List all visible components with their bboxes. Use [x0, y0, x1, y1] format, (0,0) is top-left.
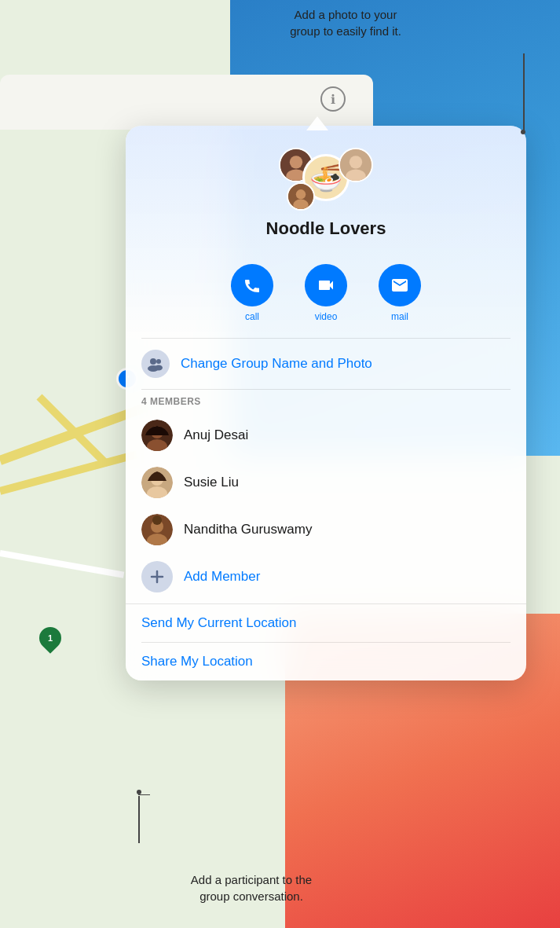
svg-point-22 — [152, 515, 162, 525]
add-member-icon — [141, 561, 173, 592]
svg-point-8 — [293, 200, 309, 211]
add-member-label: Add Member — [184, 569, 260, 585]
svg-point-9 — [150, 358, 156, 365]
svg-point-12 — [155, 365, 163, 371]
modal-card: 🍜 Noodle Lovers call — [126, 126, 526, 680]
mail-button[interactable]: mail — [379, 264, 421, 322]
annotation-bottom-text: Add a participant to the group conversat… — [165, 871, 338, 904]
group-name-title: Noodle Lovers — [266, 218, 386, 239]
member-row-susie[interactable]: Susie Liu — [126, 459, 526, 506]
member-name-anuj: Anuj Desai — [184, 427, 248, 443]
svg-point-1 — [290, 156, 302, 168]
member-name-nanditha: Nanditha Guruswamy — [184, 522, 312, 537]
annotation-line-top — [523, 53, 525, 132]
annotation-dot-top — [521, 130, 525, 134]
avatar-member-3 — [287, 182, 315, 211]
svg-point-10 — [156, 359, 161, 364]
members-header: 4 MEMBERS — [126, 390, 526, 412]
avatar-member-2 — [339, 148, 373, 182]
member-name-susie: Susie Liu — [184, 475, 239, 490]
map-pin: 1 — [39, 627, 61, 649]
annotation-line-bottom — [138, 796, 140, 843]
video-button[interactable]: video — [305, 264, 347, 322]
video-label: video — [315, 311, 338, 322]
group-icon — [141, 350, 170, 378]
avatar-cluster: 🍜 — [279, 148, 373, 211]
share-location-button[interactable]: Share My Location — [126, 643, 526, 680]
svg-point-4 — [350, 156, 362, 168]
map-road — [36, 394, 108, 466]
call-label: call — [245, 311, 259, 322]
change-group-name-row[interactable]: Change Group Name and Photo — [126, 339, 526, 389]
member-row-anuj[interactable]: Anuj Desai — [126, 412, 526, 459]
annotation-top-text: Add a photo to your group to easily find… — [259, 6, 432, 39]
annotation-line-h — [138, 794, 150, 795]
location-section: Send My Current Location Share My Locati… — [126, 603, 526, 680]
modal-header: 🍜 Noodle Lovers — [126, 126, 526, 264]
action-buttons-row: call video mail — [126, 264, 526, 338]
map-road — [0, 550, 124, 578]
call-icon-circle — [231, 264, 273, 306]
member-avatar-nanditha — [141, 514, 173, 545]
mail-label: mail — [391, 311, 408, 322]
member-row-nanditha[interactable]: Nanditha Guruswamy — [126, 506, 526, 553]
call-button[interactable]: call — [231, 264, 273, 322]
add-member-row[interactable]: Add Member — [126, 553, 526, 600]
info-button[interactable]: ℹ — [320, 86, 346, 112]
member-avatar-anuj — [141, 420, 173, 451]
send-location-button[interactable]: Send My Current Location — [126, 604, 526, 642]
svg-point-7 — [296, 189, 306, 199]
video-icon-circle — [305, 264, 347, 306]
member-avatar-susie — [141, 467, 173, 498]
modal-caret — [306, 116, 328, 130]
change-group-name-label: Change Group Name and Photo — [181, 356, 372, 372]
mail-icon-circle — [379, 264, 421, 306]
